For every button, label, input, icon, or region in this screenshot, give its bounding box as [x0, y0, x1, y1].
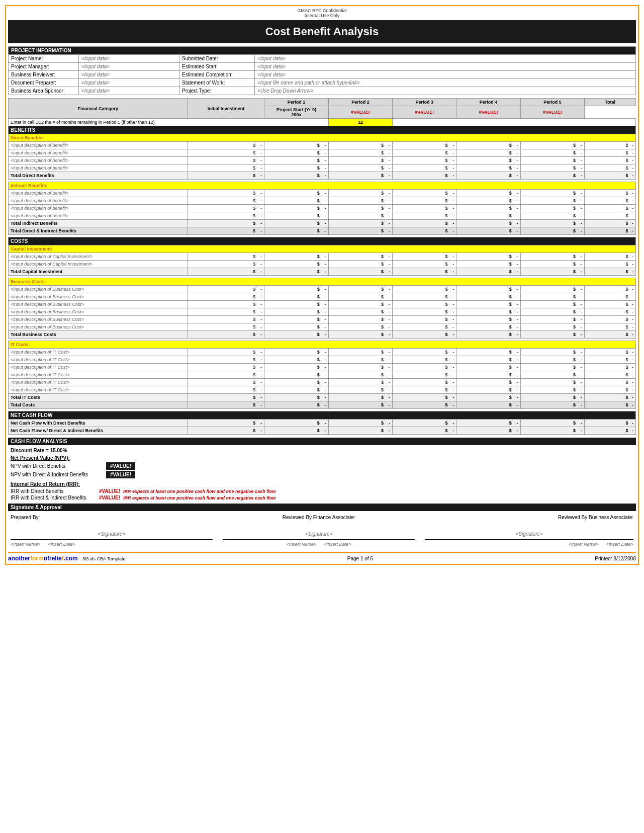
ib4-label[interactable]: <input description of benefit>	[9, 212, 188, 220]
db2-p3: $ -	[393, 149, 456, 157]
subheader-period5: #VALUE!	[520, 106, 584, 119]
proj-manager-value[interactable]: <Input data>	[79, 63, 179, 71]
est-start-value[interactable]: <Input data>	[255, 63, 636, 71]
footer-logo: anotherformofrelief.com 3f3.xls CBA Temp…	[8, 555, 125, 562]
signature-section: Signature & Approval Prepared By: Review…	[8, 504, 636, 548]
direct-benefit-4-label[interactable]: <input description of benefit>	[9, 164, 188, 172]
ib1-p1: $ -	[264, 190, 328, 197]
ib1-initial: $ -	[188, 190, 264, 197]
submitted-date-value[interactable]: <Input data>	[255, 55, 636, 63]
db4-p3: $ -	[393, 164, 456, 172]
ib1-p2: $ -	[328, 190, 392, 197]
sig-table: Prepared By: Reviewed By Finance Associa…	[8, 514, 636, 548]
cash-flow-content: Discount Rate = 15.00% Net Present Value…	[8, 447, 636, 502]
total-direct-p3: $ -	[393, 172, 456, 180]
insert-name-1[interactable]: <Insert Name>	[11, 542, 41, 547]
total-di-p5: $ -	[520, 227, 584, 235]
sig-placeholder-2: <Signature>	[305, 531, 333, 537]
db4-p5: $ -	[520, 164, 584, 172]
total-direct-p5: $ -	[520, 172, 584, 180]
ib3-p4: $ -	[456, 205, 520, 212]
db2-p4: $ -	[456, 149, 520, 157]
proj-type-value[interactable]: <Use Drop Down Arrow>	[255, 87, 636, 95]
db2-p2: $ -	[328, 149, 392, 157]
insert-name-2[interactable]: <Insert Name>	[287, 542, 317, 547]
cap2-label[interactable]: <input description of Capital Investment…	[9, 261, 188, 268]
db2-p1: $ -	[264, 149, 328, 157]
cap1-label[interactable]: <input description of Capital Investment…	[9, 253, 188, 261]
ib2-p3: $ -	[393, 197, 456, 205]
proj-name-value[interactable]: <Input data>	[79, 55, 179, 63]
note-text: Enter in cell D12 the # of months remain…	[11, 120, 155, 125]
db3-p4: $ -	[456, 157, 520, 164]
total-indirect-p2: $ -	[328, 220, 392, 227]
total-direct-total: $ -	[585, 172, 636, 180]
it5-label[interactable]: <input description of IT Cost>	[9, 379, 188, 386]
it3-label[interactable]: <input description of IT Cost>	[9, 364, 188, 371]
sig-line-3[interactable]: <Signature>	[422, 521, 636, 541]
total-di-initial: $ -	[188, 227, 264, 235]
biz-sponsor-value[interactable]: <Input data>	[79, 87, 179, 95]
doc-preparer-value[interactable]: <Input data>	[79, 79, 179, 87]
total-di-p1: $ -	[264, 227, 328, 235]
sig-line-1[interactable]: <Signature>	[8, 521, 215, 541]
net-cash-header: NET CASH FLOW	[9, 411, 636, 420]
ib1-total: $ -	[585, 190, 636, 197]
ib3-label[interactable]: <input description of benefit>	[9, 205, 188, 212]
capital-header: Capital Investment:	[9, 245, 636, 253]
it-cost-row-1: <input description of IT Cost> $ - $ - $…	[9, 349, 636, 356]
finance-label: Reviewed By Finance Associate:	[215, 514, 422, 521]
npv-both-row: NPV with Direct & Indirect Benefits #VAL…	[11, 471, 633, 478]
ib1-p4: $ -	[456, 190, 520, 197]
insert-name-3[interactable]: <Insert Name>	[569, 542, 599, 547]
direct-benefit-2-label[interactable]: <input description of benefit>	[9, 149, 188, 157]
period1-val: 200x	[266, 112, 326, 117]
ib3-p2: $ -	[328, 205, 392, 212]
db3-total: $ -	[585, 157, 636, 164]
direct-benefit-1-p4: $ -	[456, 142, 520, 149]
insert-date-3[interactable]: <Insert Date>	[606, 542, 633, 547]
biz-cost-row-1: <input description of Business Cost> $ -…	[9, 286, 636, 293]
sig-line-2[interactable]: <Signature>	[215, 521, 422, 541]
cap2-p2: $ -	[328, 261, 392, 268]
col-initial-investment: Initial Investment	[188, 99, 264, 119]
cap2-p3: $ -	[393, 261, 456, 268]
total-indirect-total: $ -	[585, 220, 636, 227]
bc6-label[interactable]: <input description of Business Cost>	[9, 323, 188, 331]
total-cap-p1: $ -	[264, 268, 328, 276]
cap1-p4: $ -	[456, 253, 520, 261]
cap1-p2: $ -	[328, 253, 392, 261]
bc5-label[interactable]: <input description of Business Cost>	[9, 316, 188, 323]
direct-benefit-3-label[interactable]: <input description of benefit>	[9, 157, 188, 164]
it2-label[interactable]: <input description of IT Cost>	[9, 356, 188, 364]
total-it-label: Total IT Costs	[9, 394, 188, 401]
it1-label[interactable]: <input description of IT Cost>	[9, 349, 188, 356]
direct-benefit-row-2: <input description of benefit> $ - $ - $…	[9, 149, 636, 157]
financial-table: Financial Category Initial Investment Pe…	[8, 98, 636, 435]
company-header: GMAC RFC Confidential Internal Use Only	[8, 8, 636, 18]
ib1-label[interactable]: <input description of benefit>	[9, 190, 188, 197]
ib2-p5: $ -	[520, 197, 584, 205]
it6-label[interactable]: <input description of IT Cost>	[9, 386, 188, 394]
ib2-initial: $ -	[188, 197, 264, 205]
bc2-label[interactable]: <input description of Business Cost>	[9, 293, 188, 301]
cash-flow-title: CASH FLOW ANALYSIS	[8, 438, 636, 445]
biz-reviewer-value[interactable]: <Input data>	[79, 71, 179, 79]
insert-date-1[interactable]: <Insert Date>	[48, 542, 76, 547]
est-completion-label: Estimated Completion:	[179, 71, 255, 79]
col-period5: Period 5	[520, 99, 584, 106]
ib3-p1: $ -	[264, 205, 328, 212]
proj-name-label: Project Name:	[9, 55, 79, 63]
bc4-label[interactable]: <input description of Business Cost>	[9, 308, 188, 316]
insert-date-2[interactable]: <Insert Date>	[324, 542, 351, 547]
ib2-label[interactable]: <input description of benefit>	[9, 197, 188, 205]
proj-manager-label: Project Manager:	[9, 63, 79, 71]
total-indirect-p4: $ -	[456, 220, 520, 227]
ib1-p3: $ -	[393, 190, 456, 197]
bc1-label[interactable]: <input description of Business Cost>	[9, 286, 188, 293]
bc3-label[interactable]: <input description of Business Cost>	[9, 301, 188, 308]
direct-benefit-1-label[interactable]: <input description of benefit>	[9, 142, 188, 149]
it4-label[interactable]: <input description of IT Cost>	[9, 371, 188, 379]
sow-value[interactable]: <Input file name and path or attach hype…	[255, 79, 636, 87]
est-completion-value[interactable]: <Input data>	[255, 71, 636, 79]
